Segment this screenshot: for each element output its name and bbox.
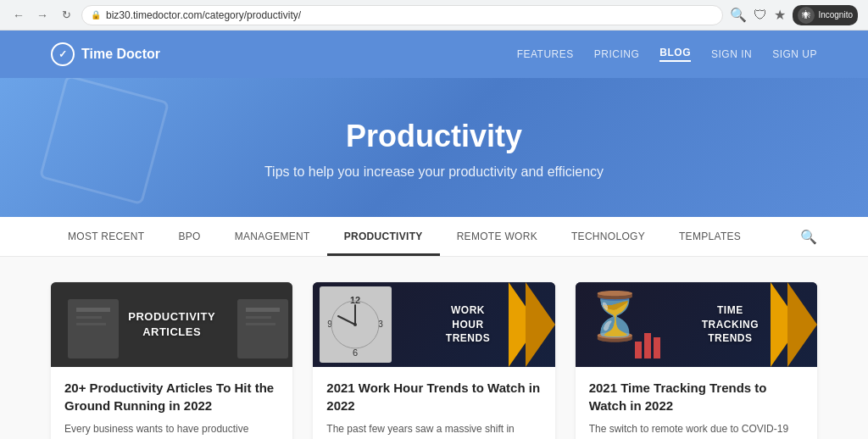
shield-icon: 🛡 bbox=[754, 8, 767, 23]
logo-icon: ✓ bbox=[51, 42, 75, 66]
cat-productivity[interactable]: PRODUCTIVITY bbox=[327, 217, 440, 256]
category-nav: MOST RECENT BPO MANAGEMENT PRODUCTIVITY … bbox=[0, 217, 868, 257]
cat-bpo[interactable]: BPO bbox=[161, 217, 217, 256]
star-icon: ★ bbox=[774, 7, 786, 23]
hero-subtitle: Tips to help you increase your productiv… bbox=[51, 164, 817, 180]
logo[interactable]: ✓ Time Doctor bbox=[51, 42, 160, 66]
article-body-2: 2021 Work Hour Trends to Watch in 2022 T… bbox=[313, 367, 554, 439]
thumb-text-3: TIMETRACKINGTRENDS bbox=[702, 303, 759, 346]
cat-most-recent[interactable]: MOST RECENT bbox=[51, 217, 161, 256]
incognito-label: Incognito bbox=[818, 10, 853, 19]
article-body-1: 20+ Productivity Articles To Hit the Gro… bbox=[51, 367, 292, 439]
nav-blog[interactable]: BLOG bbox=[659, 47, 691, 62]
reload-button[interactable]: ↻ bbox=[58, 7, 75, 24]
cat-technology[interactable]: TECHNOLOGY bbox=[554, 217, 662, 256]
articles-section: PRODUCTIVITYARTICLES 20+ Productivity Ar… bbox=[0, 257, 868, 439]
main-nav: FEATURES PRICING BLOG SIGN IN SIGN UP bbox=[517, 47, 817, 62]
url-text: biz30.timedoctor.com/category/productivi… bbox=[106, 9, 301, 21]
nav-pricing[interactable]: PRICING bbox=[594, 48, 640, 60]
forward-button[interactable]: → bbox=[34, 7, 51, 24]
cat-management[interactable]: MANAGEMENT bbox=[218, 217, 327, 256]
thumb-text-2: WORKHOURTRENDS bbox=[446, 303, 490, 346]
thumb-overlay-3: TIMETRACKINGTRENDS bbox=[576, 282, 817, 367]
lock-icon: 🔒 bbox=[91, 10, 101, 19]
article-card-3: ⏳ TIMETRACKINGTR bbox=[576, 282, 817, 439]
article-thumb-1: PRODUCTIVITYARTICLES bbox=[51, 282, 292, 367]
cat-templates[interactable]: TEMPLATES bbox=[662, 217, 758, 256]
site-header: ✓ Time Doctor FEATURES PRICING BLOG SIGN… bbox=[0, 31, 868, 78]
logo-text: Time Doctor bbox=[81, 47, 160, 62]
incognito-badge: 🕷 Incognito bbox=[793, 5, 858, 25]
article-excerpt-1: Every business wants to have productive … bbox=[64, 421, 279, 439]
article-body-3: 2021 Time Tracking Trends to Watch in 20… bbox=[576, 367, 817, 439]
address-bar[interactable]: 🔒 biz30.timedoctor.com/category/producti… bbox=[81, 5, 723, 25]
article-card-1: PRODUCTIVITYARTICLES 20+ Productivity Ar… bbox=[51, 282, 292, 439]
article-title-2[interactable]: 2021 Work Hour Trends to Watch in 2022 bbox=[326, 379, 541, 414]
article-card-2: 12 6 9 3 bbox=[313, 282, 554, 439]
articles-grid: PRODUCTIVITYARTICLES 20+ Productivity Ar… bbox=[51, 282, 817, 439]
nav-signup[interactable]: SIGN UP bbox=[772, 48, 817, 60]
article-thumb-2: 12 6 9 3 bbox=[313, 282, 554, 367]
nav-signin[interactable]: SIGN IN bbox=[711, 48, 752, 60]
cat-nav-links: MOST RECENT BPO MANAGEMENT PRODUCTIVITY … bbox=[51, 217, 758, 256]
back-button[interactable]: ← bbox=[10, 7, 27, 24]
hero-title: Productivity bbox=[51, 119, 817, 154]
incognito-avatar: 🕷 bbox=[798, 7, 815, 24]
browser-chrome: ← → ↻ 🔒 biz30.timedoctor.com/category/pr… bbox=[0, 0, 868, 31]
browser-actions: 🔍 🛡 ★ 🕷 Incognito bbox=[730, 5, 858, 25]
article-title-1[interactable]: 20+ Productivity Articles To Hit the Gro… bbox=[64, 379, 279, 414]
page-wrapper: ✓ Time Doctor FEATURES PRICING BLOG SIGN… bbox=[0, 31, 868, 439]
thumb-text-1: PRODUCTIVITYARTICLES bbox=[128, 309, 215, 340]
article-title-3[interactable]: 2021 Time Tracking Trends to Watch in 20… bbox=[589, 379, 804, 414]
search-icon: 🔍 bbox=[730, 7, 747, 23]
article-excerpt-3: The switch to remote work due to COVID-1… bbox=[589, 421, 804, 439]
search-icon[interactable]: 🔍 bbox=[800, 229, 817, 245]
thumb-overlay-2: WORKHOURTRENDS bbox=[313, 282, 554, 367]
thumb-overlay-1: PRODUCTIVITYARTICLES bbox=[51, 282, 292, 367]
article-excerpt-2: The past few years saw a massive shift i… bbox=[326, 421, 541, 439]
cat-remote-work[interactable]: REMOTE WORK bbox=[440, 217, 554, 256]
nav-features[interactable]: FEATURES bbox=[517, 48, 574, 60]
hero-section: Productivity Tips to help you increase y… bbox=[0, 78, 868, 217]
article-thumb-3: ⏳ TIMETRACKINGTR bbox=[576, 282, 817, 367]
